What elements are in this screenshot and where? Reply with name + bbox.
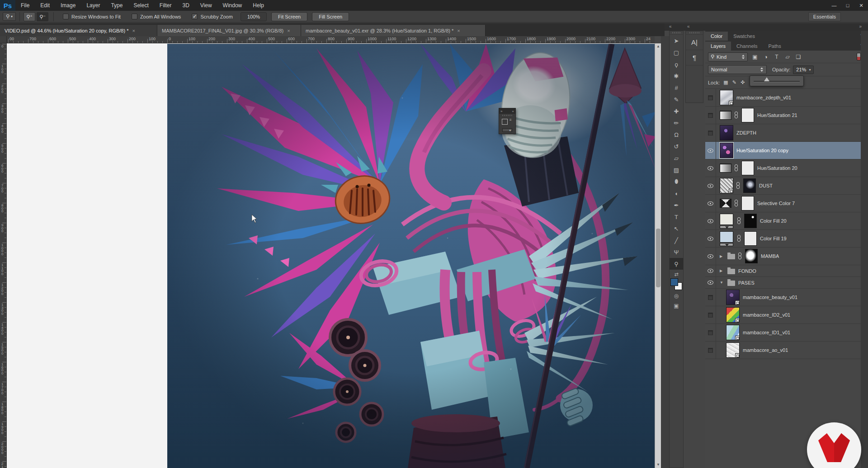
scrollbar-thumb[interactable] bbox=[656, 229, 660, 287]
layer-filter-toggle[interactable] bbox=[857, 53, 861, 61]
visibility-cell[interactable] bbox=[705, 89, 716, 106]
swap-colors-icon[interactable]: ⇄ bbox=[670, 271, 683, 277]
panel-cube-icon[interactable] bbox=[502, 119, 508, 125]
caret-open-icon[interactable]: ▼ bbox=[720, 281, 724, 285]
opacity-value-dropdown[interactable]: 21% ▾ bbox=[793, 66, 814, 74]
caret-closed-icon[interactable]: ▶ bbox=[720, 254, 724, 258]
visibility-empty-box[interactable] bbox=[708, 295, 713, 300]
visibility-cell[interactable] bbox=[705, 195, 716, 212]
brush-tool[interactable]: ✏ bbox=[670, 117, 683, 129]
visibility-empty-box[interactable] bbox=[708, 313, 713, 318]
ruler-corner[interactable] bbox=[0, 36, 7, 43]
rectangular-marquee-tool[interactable]: ▢ bbox=[670, 47, 683, 58]
lock-icon-0[interactable]: ▦ bbox=[723, 80, 728, 85]
blur-tool[interactable]: ⬮ bbox=[670, 176, 683, 187]
panel-mini-dropdown[interactable]: ▾ bbox=[502, 128, 512, 132]
history-brush-tool[interactable]: ↺ bbox=[670, 140, 683, 152]
eye-icon[interactable] bbox=[708, 201, 713, 206]
tab-color[interactable]: Color bbox=[705, 32, 728, 41]
filter-icon-0[interactable]: ▣ bbox=[750, 54, 760, 60]
tab-close-icon[interactable]: × bbox=[132, 28, 135, 33]
eye-icon[interactable] bbox=[708, 149, 713, 153]
layer-row[interactable]: Color Fill 19 bbox=[705, 230, 868, 248]
visibility-cell[interactable] bbox=[705, 107, 716, 124]
checkbox-box[interactable] bbox=[63, 14, 69, 19]
collapse-dock-icon[interactable]: » bbox=[859, 24, 862, 29]
visibility-cell[interactable] bbox=[705, 265, 716, 276]
scrollbar-down-arrow[interactable]: ▼ bbox=[655, 462, 661, 468]
opacity-slider-thumb[interactable] bbox=[764, 77, 769, 81]
dock-scroll-strip[interactable] bbox=[861, 31, 868, 468]
path-selection-tool[interactable]: ↖ bbox=[670, 223, 683, 234]
visibility-cell[interactable] bbox=[705, 159, 716, 177]
visibility-cell[interactable] bbox=[705, 124, 716, 141]
eye-icon[interactable] bbox=[708, 281, 713, 285]
minimize-button[interactable]: — bbox=[827, 0, 841, 11]
visibility-cell[interactable] bbox=[705, 277, 716, 288]
checkbox-zoom-all-windows[interactable]: Zoom All Windows bbox=[132, 14, 181, 19]
layer-row[interactable]: mambacore_ao_v01 bbox=[705, 342, 868, 359]
eye-icon[interactable] bbox=[708, 237, 713, 241]
eye-icon[interactable] bbox=[708, 219, 713, 223]
document-tab[interactable]: VIDEO.psd @ 44.6% (Hue/Saturation 20 cop… bbox=[0, 25, 157, 36]
filter-icon-4[interactable]: ❏ bbox=[794, 54, 803, 60]
maximize-button[interactable]: □ bbox=[841, 0, 854, 11]
fill-screen-button[interactable]: Fill Screen bbox=[312, 12, 349, 21]
menu-file[interactable]: File bbox=[15, 0, 35, 11]
visibility-cell[interactable] bbox=[705, 324, 716, 341]
foreground-background-swatches[interactable] bbox=[670, 278, 682, 290]
menu-help[interactable]: Help bbox=[247, 0, 269, 11]
layer-row[interactable]: Hue/Saturation 20 bbox=[705, 159, 868, 177]
eyedropper-tool[interactable]: ✎ bbox=[670, 94, 683, 105]
eye-icon[interactable] bbox=[708, 184, 713, 188]
current-tool-indicator[interactable]: ⚲ ▾ bbox=[3, 12, 16, 21]
visibility-cell[interactable] bbox=[705, 142, 716, 159]
layer-row[interactable]: ▶FONDO bbox=[705, 265, 868, 277]
floating-collapsed-panel[interactable]: » × ≡ ▾ bbox=[499, 108, 516, 134]
caret-closed-icon[interactable]: ▶ bbox=[720, 269, 724, 273]
pen-tool[interactable]: ✒ bbox=[670, 199, 683, 211]
menu-3d[interactable]: 3D bbox=[177, 0, 194, 11]
visibility-cell[interactable] bbox=[705, 289, 716, 306]
checkbox-box[interactable]: ✓ bbox=[192, 14, 198, 19]
tab-close-icon[interactable]: × bbox=[287, 28, 290, 33]
tab-swatches[interactable]: Swatches bbox=[728, 32, 760, 41]
layer-row[interactable]: ZDEPTH bbox=[705, 124, 868, 142]
horizontal-ruler[interactable]: 0070060050040030020010001002003004005006… bbox=[7, 36, 655, 43]
eye-icon[interactable] bbox=[708, 269, 713, 273]
panel-grip[interactable] bbox=[686, 31, 703, 35]
panel-grip[interactable] bbox=[499, 114, 515, 117]
visibility-cell[interactable] bbox=[705, 342, 716, 359]
gradient-tool[interactable]: ▨ bbox=[670, 164, 683, 176]
eye-icon[interactable] bbox=[708, 166, 713, 170]
tab-paths[interactable]: Paths bbox=[763, 42, 787, 51]
layer-row[interactable]: mambacore_ID1_v01 bbox=[705, 324, 868, 342]
lock-icon-1[interactable]: ✎ bbox=[732, 80, 736, 85]
hand-tool[interactable]: Ψ bbox=[670, 246, 683, 258]
visibility-cell[interactable] bbox=[705, 306, 716, 323]
menu-view[interactable]: View bbox=[195, 0, 217, 11]
document-tab[interactable]: MAMBACORE2017_FINAL_V01.jpg @ 30.3% (RGB… bbox=[157, 25, 301, 36]
tab-layers[interactable]: Layers bbox=[705, 42, 731, 51]
collapse-tools-icon[interactable]: « bbox=[669, 24, 672, 29]
close-button[interactable]: ✕ bbox=[854, 0, 868, 11]
panel-grip[interactable] bbox=[670, 31, 683, 35]
filter-icon-2[interactable]: T bbox=[772, 54, 781, 60]
document-canvas-artwork[interactable] bbox=[167, 44, 656, 468]
visibility-empty-box[interactable] bbox=[708, 131, 713, 136]
layer-row[interactable]: ▶MAMBA bbox=[705, 248, 868, 265]
foreground-color-swatch[interactable] bbox=[670, 278, 678, 286]
paragraph-panel-icon[interactable]: ¶ bbox=[686, 50, 703, 66]
collapse-icon[interactable]: » bbox=[500, 109, 502, 113]
crop-tool[interactable]: # bbox=[670, 82, 683, 94]
visibility-cell[interactable] bbox=[705, 177, 716, 194]
character-panel-icon[interactable]: A| bbox=[686, 35, 703, 50]
screen-mode-button[interactable]: ▣ bbox=[670, 301, 683, 311]
collapse-panels-icon[interactable]: « bbox=[687, 24, 690, 29]
menu-type[interactable]: Type bbox=[105, 0, 128, 11]
fit-screen-button[interactable]: Fit Screen bbox=[271, 12, 307, 21]
visibility-cell[interactable] bbox=[705, 248, 716, 265]
line-tool[interactable]: ╱ bbox=[670, 234, 683, 246]
lock-icon-2[interactable]: ✜ bbox=[741, 80, 745, 85]
clone-stamp-tool[interactable]: Ω bbox=[670, 129, 683, 140]
